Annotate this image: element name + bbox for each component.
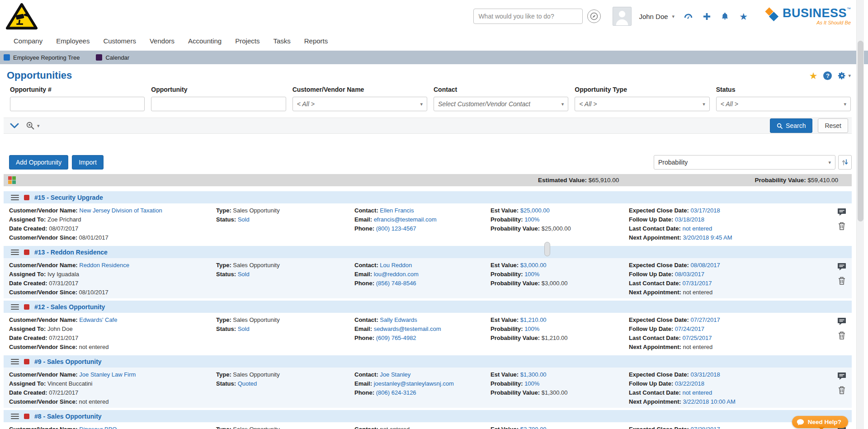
delete-trash-icon[interactable] (838, 331, 845, 339)
row-menu-hamburger-icon[interactable] (11, 358, 19, 365)
opportunity-row-header[interactable]: #8 - Sales Opportunity (4, 410, 852, 422)
reset-button[interactable]: Reset (818, 118, 848, 133)
page-settings[interactable]: ▾ (838, 71, 851, 80)
global-search-input[interactable] (473, 9, 583, 24)
contact-link[interactable]: Lou Reddon (380, 262, 412, 269)
row-menu-hamburger-icon[interactable] (11, 304, 19, 310)
est-value-link[interactable]: $1,300.00 (520, 371, 547, 378)
nav-tasks[interactable]: Tasks (273, 37, 290, 45)
opportunity-title-link[interactable]: #8 - Sales Opportunity (34, 413, 102, 420)
customer-vendor-name-link[interactable]: Dinosaur BBQ (79, 426, 117, 429)
last-contact-date-link[interactable]: 07/31/2017 (682, 280, 712, 287)
email-link[interactable]: efrancis@testemail.com (374, 216, 437, 223)
opportunity-row-header[interactable]: #12 - Sales Opportunity (4, 301, 852, 313)
customer-vendor-name-link[interactable]: Edwards' Cafe (79, 316, 117, 323)
opportunity-title-link[interactable]: #15 - Security Upgrade (34, 194, 103, 201)
customer-vendor-name-link[interactable]: Reddon Residence (79, 262, 129, 269)
opportunity-row-header[interactable]: #9 - Sales Opportunity (4, 355, 852, 368)
phone-link[interactable]: (806) 624-3126 (376, 389, 416, 396)
nav-reports[interactable]: Reports (304, 37, 328, 45)
follow-up-date-link[interactable]: 07/24/2017 (675, 325, 704, 332)
delete-trash-icon[interactable] (838, 222, 845, 230)
contact-link[interactable]: not entered (380, 426, 410, 429)
advanced-search-menu[interactable]: ▾ (25, 121, 40, 130)
nav-vendors[interactable]: Vendors (150, 37, 175, 45)
customer-vendor-name-select[interactable]: < All > ▾ (292, 97, 427, 111)
quicklink-calendar[interactable]: Calendar (96, 54, 129, 61)
delete-trash-icon[interactable] (838, 386, 845, 394)
add-opportunity-button[interactable]: Add Opportunity (9, 155, 68, 170)
last-contact-date-link[interactable]: not entered (682, 389, 712, 396)
status-link[interactable]: Sold (238, 216, 250, 223)
comments-icon[interactable] (837, 208, 846, 216)
expand-filters-chevron-icon[interactable] (10, 123, 19, 129)
last-contact-date-link[interactable]: not entered (682, 225, 712, 232)
row-menu-hamburger-icon[interactable] (11, 413, 19, 420)
import-button[interactable]: Import (72, 155, 104, 170)
contact-link[interactable]: Sally Edwards (380, 316, 417, 323)
inner-scrollbar-thumb[interactable] (544, 242, 550, 256)
customer-vendor-name-link[interactable]: Joe Stanley Law Firm (79, 371, 136, 378)
page-scrollbar-track[interactable] (856, 0, 864, 429)
sort-direction-button[interactable] (838, 155, 852, 170)
email-link[interactable]: joestanley@stanleylawsnj.com (374, 380, 454, 387)
comments-icon[interactable] (837, 263, 846, 271)
follow-up-date-link[interactable]: 03/22/2018 (675, 380, 704, 387)
expected-close-date-link[interactable]: 07/28/2017 (691, 426, 720, 429)
nav-accounting[interactable]: Accounting (188, 37, 222, 45)
phone-link[interactable]: (609) 765-4982 (376, 335, 416, 341)
view-toggle-grid-icon[interactable] (8, 176, 16, 184)
email-link[interactable]: sedwards@testemail.com (374, 325, 441, 332)
comments-icon[interactable] (837, 372, 846, 380)
est-value-link[interactable]: $25,000.00 (520, 207, 550, 214)
opportunity-title-link[interactable]: #13 - Reddon Residence (34, 249, 108, 256)
phone-link[interactable]: (800) 123-4567 (376, 225, 416, 232)
probability-link[interactable]: 100% (524, 216, 539, 223)
help-icon[interactable]: ? (823, 71, 832, 80)
quicklink-employee-reporting-tree[interactable]: Employee Reporting Tree (4, 54, 80, 61)
search-button[interactable]: Search (770, 118, 812, 133)
brand-logo[interactable]: BUSINESS™ As It Should Be (764, 7, 851, 25)
follow-up-date-link[interactable]: 03/18/2018 (675, 216, 704, 223)
est-value-link[interactable]: $1,210.00 (520, 316, 547, 323)
contact-link[interactable]: Joe Stanley (380, 371, 410, 378)
status-link[interactable]: Sold (238, 271, 250, 278)
opportunity-title-link[interactable]: #9 - Sales Opportunity (34, 358, 102, 365)
delete-trash-icon[interactable] (838, 277, 845, 285)
page-scrollbar-thumb[interactable] (858, 41, 863, 222)
user-menu[interactable]: John Doe ▾ (639, 13, 675, 20)
status-link[interactable]: Sold (238, 325, 250, 332)
next-appointment-link[interactable]: 3/22/2018 10:00 AM (683, 398, 735, 405)
email-link[interactable]: lou@reddon.com (374, 271, 419, 278)
company-logo[interactable] (5, 2, 38, 30)
add-new-icon[interactable] (703, 13, 711, 20)
row-menu-hamburger-icon[interactable] (11, 194, 19, 201)
customer-vendor-name-link[interactable]: New Jersey Division of Taxation (79, 207, 162, 214)
expected-close-date-link[interactable]: 03/17/2018 (691, 207, 720, 214)
nav-projects[interactable]: Projects (235, 37, 259, 45)
row-menu-hamburger-icon[interactable] (11, 249, 19, 255)
opportunity-input[interactable] (151, 97, 286, 111)
dashboard-gauge-icon[interactable] (684, 12, 693, 21)
est-value-link[interactable]: $3,000.00 (520, 262, 547, 269)
expected-close-date-link[interactable]: 03/31/2018 (691, 371, 720, 378)
phone-link[interactable]: (856) 748-8546 (376, 280, 416, 287)
next-appointment-link[interactable]: not entered (683, 289, 712, 296)
favorite-page-star-icon[interactable]: ★ (809, 71, 818, 80)
contact-select[interactable]: Select Customer/Vendor Contact ▾ (434, 97, 568, 111)
probability-link[interactable]: 100% (524, 380, 539, 387)
next-appointment-link[interactable]: 3/20/2018 9:45 AM (683, 234, 732, 241)
expected-close-date-link[interactable]: 07/27/2017 (691, 316, 720, 323)
search-go-button[interactable] (587, 9, 601, 23)
last-contact-date-link[interactable]: 07/25/2017 (682, 335, 712, 341)
opportunity-number-input[interactable] (10, 97, 145, 111)
contact-link[interactable]: Ellen Francis (380, 207, 414, 214)
opportunity-row-header[interactable]: #15 - Security Upgrade (4, 191, 852, 203)
user-avatar[interactable] (613, 7, 632, 26)
est-value-link[interactable]: $2,700.00 (520, 426, 547, 429)
probability-link[interactable]: 100% (524, 271, 539, 278)
comments-icon[interactable] (837, 317, 846, 325)
probability-link[interactable]: 100% (524, 325, 539, 332)
expected-close-date-link[interactable]: 08/08/2017 (691, 262, 720, 269)
status-select[interactable]: < All > ▾ (716, 97, 851, 111)
